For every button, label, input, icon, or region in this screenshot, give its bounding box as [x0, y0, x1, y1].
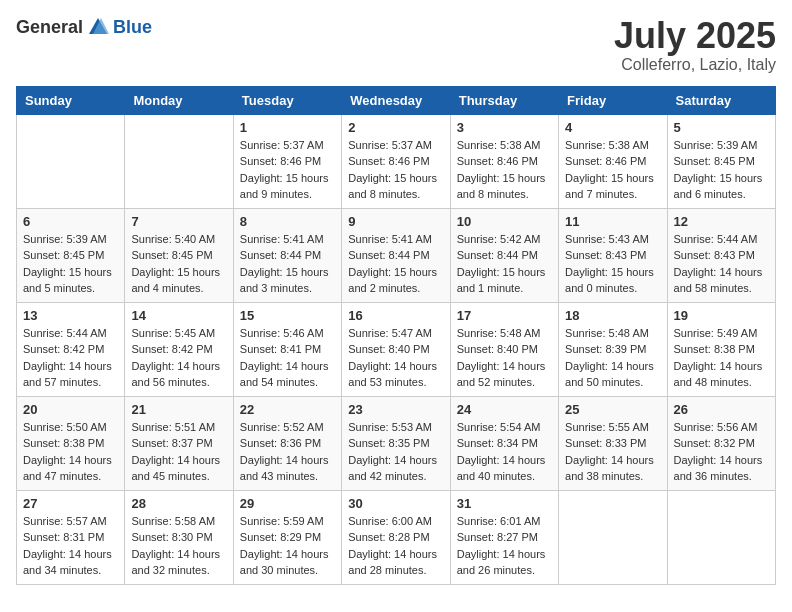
day-info: Sunrise: 5:39 AM Sunset: 8:45 PM Dayligh…	[23, 231, 118, 297]
calendar-cell: 10Sunrise: 5:42 AM Sunset: 8:44 PM Dayli…	[450, 208, 558, 302]
day-number: 10	[457, 214, 552, 229]
day-number: 5	[674, 120, 769, 135]
calendar-cell: 13Sunrise: 5:44 AM Sunset: 8:42 PM Dayli…	[17, 302, 125, 396]
calendar-cell: 29Sunrise: 5:59 AM Sunset: 8:29 PM Dayli…	[233, 490, 341, 584]
calendar-cell: 3Sunrise: 5:38 AM Sunset: 8:46 PM Daylig…	[450, 114, 558, 208]
calendar-cell: 2Sunrise: 5:37 AM Sunset: 8:46 PM Daylig…	[342, 114, 450, 208]
calendar: SundayMondayTuesdayWednesdayThursdayFrid…	[16, 86, 776, 585]
calendar-cell: 15Sunrise: 5:46 AM Sunset: 8:41 PM Dayli…	[233, 302, 341, 396]
day-number: 16	[348, 308, 443, 323]
calendar-cell	[559, 490, 667, 584]
calendar-cell: 21Sunrise: 5:51 AM Sunset: 8:37 PM Dayli…	[125, 396, 233, 490]
day-info: Sunrise: 5:59 AM Sunset: 8:29 PM Dayligh…	[240, 513, 335, 579]
calendar-cell: 25Sunrise: 5:55 AM Sunset: 8:33 PM Dayli…	[559, 396, 667, 490]
day-number: 27	[23, 496, 118, 511]
day-info: Sunrise: 5:42 AM Sunset: 8:44 PM Dayligh…	[457, 231, 552, 297]
calendar-cell: 28Sunrise: 5:58 AM Sunset: 8:30 PM Dayli…	[125, 490, 233, 584]
day-number: 31	[457, 496, 552, 511]
calendar-cell: 20Sunrise: 5:50 AM Sunset: 8:38 PM Dayli…	[17, 396, 125, 490]
calendar-cell: 8Sunrise: 5:41 AM Sunset: 8:44 PM Daylig…	[233, 208, 341, 302]
day-info: Sunrise: 6:01 AM Sunset: 8:27 PM Dayligh…	[457, 513, 552, 579]
day-info: Sunrise: 6:00 AM Sunset: 8:28 PM Dayligh…	[348, 513, 443, 579]
calendar-cell: 24Sunrise: 5:54 AM Sunset: 8:34 PM Dayli…	[450, 396, 558, 490]
calendar-cell: 27Sunrise: 5:57 AM Sunset: 8:31 PM Dayli…	[17, 490, 125, 584]
day-number: 26	[674, 402, 769, 417]
weekday-header-sunday: Sunday	[17, 86, 125, 114]
day-info: Sunrise: 5:54 AM Sunset: 8:34 PM Dayligh…	[457, 419, 552, 485]
weekday-header-tuesday: Tuesday	[233, 86, 341, 114]
day-info: Sunrise: 5:48 AM Sunset: 8:39 PM Dayligh…	[565, 325, 660, 391]
day-info: Sunrise: 5:39 AM Sunset: 8:45 PM Dayligh…	[674, 137, 769, 203]
day-number: 12	[674, 214, 769, 229]
day-number: 4	[565, 120, 660, 135]
day-info: Sunrise: 5:55 AM Sunset: 8:33 PM Dayligh…	[565, 419, 660, 485]
calendar-cell: 26Sunrise: 5:56 AM Sunset: 8:32 PM Dayli…	[667, 396, 775, 490]
calendar-cell: 4Sunrise: 5:38 AM Sunset: 8:46 PM Daylig…	[559, 114, 667, 208]
day-info: Sunrise: 5:50 AM Sunset: 8:38 PM Dayligh…	[23, 419, 118, 485]
calendar-cell: 7Sunrise: 5:40 AM Sunset: 8:45 PM Daylig…	[125, 208, 233, 302]
day-number: 15	[240, 308, 335, 323]
day-info: Sunrise: 5:38 AM Sunset: 8:46 PM Dayligh…	[565, 137, 660, 203]
calendar-cell: 14Sunrise: 5:45 AM Sunset: 8:42 PM Dayli…	[125, 302, 233, 396]
day-info: Sunrise: 5:41 AM Sunset: 8:44 PM Dayligh…	[240, 231, 335, 297]
day-info: Sunrise: 5:57 AM Sunset: 8:31 PM Dayligh…	[23, 513, 118, 579]
day-number: 7	[131, 214, 226, 229]
calendar-cell: 30Sunrise: 6:00 AM Sunset: 8:28 PM Dayli…	[342, 490, 450, 584]
day-info: Sunrise: 5:45 AM Sunset: 8:42 PM Dayligh…	[131, 325, 226, 391]
week-row-4: 20Sunrise: 5:50 AM Sunset: 8:38 PM Dayli…	[17, 396, 776, 490]
header: General Blue July 2025 Colleferro, Lazio…	[16, 16, 776, 74]
month-title: July 2025	[614, 16, 776, 56]
day-number: 1	[240, 120, 335, 135]
calendar-cell: 31Sunrise: 6:01 AM Sunset: 8:27 PM Dayli…	[450, 490, 558, 584]
title-area: July 2025 Colleferro, Lazio, Italy	[614, 16, 776, 74]
weekday-header-monday: Monday	[125, 86, 233, 114]
day-info: Sunrise: 5:43 AM Sunset: 8:43 PM Dayligh…	[565, 231, 660, 297]
logo: General Blue	[16, 16, 152, 38]
weekday-header-wednesday: Wednesday	[342, 86, 450, 114]
calendar-cell: 11Sunrise: 5:43 AM Sunset: 8:43 PM Dayli…	[559, 208, 667, 302]
day-info: Sunrise: 5:37 AM Sunset: 8:46 PM Dayligh…	[348, 137, 443, 203]
day-number: 11	[565, 214, 660, 229]
calendar-cell: 22Sunrise: 5:52 AM Sunset: 8:36 PM Dayli…	[233, 396, 341, 490]
day-info: Sunrise: 5:44 AM Sunset: 8:42 PM Dayligh…	[23, 325, 118, 391]
day-number: 9	[348, 214, 443, 229]
day-number: 24	[457, 402, 552, 417]
logo-icon	[87, 16, 109, 38]
day-info: Sunrise: 5:46 AM Sunset: 8:41 PM Dayligh…	[240, 325, 335, 391]
day-number: 18	[565, 308, 660, 323]
day-number: 20	[23, 402, 118, 417]
day-number: 29	[240, 496, 335, 511]
day-number: 21	[131, 402, 226, 417]
day-number: 13	[23, 308, 118, 323]
day-info: Sunrise: 5:51 AM Sunset: 8:37 PM Dayligh…	[131, 419, 226, 485]
calendar-cell: 23Sunrise: 5:53 AM Sunset: 8:35 PM Dayli…	[342, 396, 450, 490]
day-number: 25	[565, 402, 660, 417]
day-number: 6	[23, 214, 118, 229]
day-number: 14	[131, 308, 226, 323]
day-number: 3	[457, 120, 552, 135]
calendar-cell: 9Sunrise: 5:41 AM Sunset: 8:44 PM Daylig…	[342, 208, 450, 302]
calendar-cell: 16Sunrise: 5:47 AM Sunset: 8:40 PM Dayli…	[342, 302, 450, 396]
calendar-cell: 18Sunrise: 5:48 AM Sunset: 8:39 PM Dayli…	[559, 302, 667, 396]
day-info: Sunrise: 5:52 AM Sunset: 8:36 PM Dayligh…	[240, 419, 335, 485]
calendar-cell	[125, 114, 233, 208]
day-info: Sunrise: 5:49 AM Sunset: 8:38 PM Dayligh…	[674, 325, 769, 391]
day-number: 8	[240, 214, 335, 229]
logo-blue: Blue	[113, 17, 152, 38]
day-info: Sunrise: 5:48 AM Sunset: 8:40 PM Dayligh…	[457, 325, 552, 391]
weekday-header-friday: Friday	[559, 86, 667, 114]
week-row-2: 6Sunrise: 5:39 AM Sunset: 8:45 PM Daylig…	[17, 208, 776, 302]
day-number: 2	[348, 120, 443, 135]
day-info: Sunrise: 5:53 AM Sunset: 8:35 PM Dayligh…	[348, 419, 443, 485]
day-number: 17	[457, 308, 552, 323]
day-number: 28	[131, 496, 226, 511]
day-info: Sunrise: 5:56 AM Sunset: 8:32 PM Dayligh…	[674, 419, 769, 485]
calendar-cell: 6Sunrise: 5:39 AM Sunset: 8:45 PM Daylig…	[17, 208, 125, 302]
weekday-header-saturday: Saturday	[667, 86, 775, 114]
calendar-cell: 17Sunrise: 5:48 AM Sunset: 8:40 PM Dayli…	[450, 302, 558, 396]
day-number: 19	[674, 308, 769, 323]
weekday-header-row: SundayMondayTuesdayWednesdayThursdayFrid…	[17, 86, 776, 114]
weekday-header-thursday: Thursday	[450, 86, 558, 114]
day-info: Sunrise: 5:58 AM Sunset: 8:30 PM Dayligh…	[131, 513, 226, 579]
day-number: 23	[348, 402, 443, 417]
